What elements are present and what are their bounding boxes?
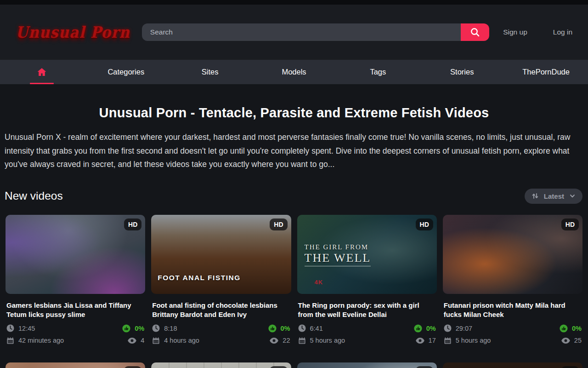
poster-4k-badge: 4K [315, 279, 323, 286]
video-stats-row: 8:18 0% [152, 324, 290, 333]
upload-date-value: 4 hours ago [164, 337, 199, 344]
upload-date-stat: 4 hours ago [152, 337, 199, 345]
search-button[interactable] [461, 23, 489, 41]
rating-stat: 0% [414, 324, 436, 333]
upload-date-stat: 5 hours ago [444, 337, 491, 345]
nav-item-stories[interactable]: Stories [420, 60, 504, 84]
video-grid: HD Gamers lesbians Jia Lissa and Tiffany… [6, 215, 582, 368]
video-stats-row: 6:41 0% [298, 324, 436, 333]
page-title: Unusual Porn - Tentacle, Parasite and Ex… [0, 105, 588, 121]
video-thumbnail[interactable]: HD THE GIRL FROM THE WELL 4K [297, 215, 437, 294]
duration-stat: 6:41 [298, 324, 323, 332]
video-card[interactable]: HD [151, 362, 291, 368]
nav-item-theporndude[interactable]: ThePornDude [504, 60, 588, 84]
video-thumbnail[interactable]: HD [443, 362, 582, 368]
clock-icon [152, 324, 160, 332]
calendar-icon [298, 337, 306, 345]
signup-link[interactable]: Sign up [503, 28, 527, 36]
poster-line2: THE WELL [305, 251, 371, 266]
video-title[interactable]: Foot anal fisting of chocolate lesbians … [152, 301, 290, 319]
upload-date-value: 42 minutes ago [18, 337, 64, 344]
rating-value: 0% [281, 325, 290, 332]
rating-value: 0% [135, 325, 144, 332]
upload-date-stat: 5 hours ago [298, 337, 345, 345]
poster-line1: THE GIRL FROM [305, 243, 371, 251]
active-nav-underline [30, 83, 54, 84]
site-logo[interactable]: Unusual Porn [16, 23, 130, 41]
video-card[interactable]: HD Futanari prison witch Matty Mila hard… [443, 215, 582, 349]
upload-date-value: 5 hours ago [310, 337, 345, 344]
duration-value: 12:45 [18, 325, 35, 332]
section-header: New videos Latest [5, 189, 582, 204]
thumbs-up-icon [122, 324, 130, 333]
sort-dropdown[interactable]: Latest [525, 189, 582, 204]
hd-badge: HD [270, 366, 287, 368]
video-thumbnail[interactable]: HD [151, 362, 291, 368]
eye-icon [561, 338, 570, 344]
auth-links: Sign up Log in [503, 28, 572, 36]
home-icon [36, 67, 47, 78]
views-stat: 22 [270, 337, 290, 344]
duration-stat: 29:07 [444, 324, 472, 332]
nav-item-tags[interactable]: Tags [336, 60, 420, 84]
search-input[interactable] [142, 23, 461, 41]
video-title[interactable]: Futanari prison witch Matty Mila hard fu… [444, 301, 582, 319]
hd-badge: HD [416, 366, 433, 368]
upload-date-value: 5 hours ago [456, 337, 491, 344]
video-thumbnail[interactable]: HD [6, 215, 145, 294]
clock-icon [6, 324, 14, 332]
rating-stat: 0% [268, 324, 290, 333]
rating-stat: 0% [122, 324, 144, 333]
clock-icon [298, 324, 306, 332]
thumbs-up-icon [268, 324, 277, 333]
thumbs-up-icon [560, 324, 568, 333]
views-value: 17 [429, 337, 436, 344]
video-stats-row: 12:45 0% [6, 324, 144, 333]
hd-badge: HD [124, 366, 141, 368]
video-card[interactable]: HD FOOT ANAL FISTING Foot anal fisting o… [151, 215, 291, 349]
nav-item-home[interactable] [0, 60, 84, 84]
video-thumbnail[interactable]: HD [297, 362, 437, 368]
video-card[interactable]: HD THE GIRL FROM THE WELL 4K The Ring po… [297, 215, 437, 349]
clock-icon [444, 324, 452, 332]
video-thumbnail[interactable]: HD FOOT ANAL FISTING [151, 215, 291, 294]
thumbnail-caption: FOOT ANAL FISTING [158, 274, 241, 282]
video-card[interactable]: HD [297, 362, 437, 368]
hd-badge: HD [561, 366, 579, 368]
video-stats-row: 4 hours ago 22 [152, 337, 290, 345]
hd-badge: HD [416, 218, 433, 230]
top-strip [0, 0, 588, 5]
calendar-icon [152, 337, 160, 345]
views-stat: 17 [416, 337, 436, 344]
nav-item-sites[interactable]: Sites [168, 60, 252, 84]
duration-stat: 12:45 [6, 324, 35, 332]
thumbs-up-icon [414, 324, 422, 333]
sort-arrows-icon [531, 192, 539, 200]
video-thumbnail[interactable]: HD [6, 362, 145, 368]
duration-stat: 8:18 [152, 324, 177, 332]
video-card[interactable]: HD [443, 362, 582, 368]
page-description: Unusual Porn X - realm of excitement whe… [5, 131, 583, 172]
search-bar [142, 23, 489, 41]
login-link[interactable]: Log in [553, 28, 572, 36]
site-header: Unusual Porn Sign up Log in [0, 5, 588, 60]
video-thumbnail[interactable]: HD [443, 215, 582, 294]
video-card[interactable]: HD Gamers lesbians Jia Lissa and Tiffany… [6, 215, 145, 349]
eye-icon [128, 338, 136, 344]
views-value: 4 [141, 337, 144, 344]
hd-badge: HD [270, 218, 287, 230]
views-value: 22 [283, 337, 290, 344]
video-title[interactable]: Gamers lesbians Jia Lissa and Tiffany Te… [6, 301, 144, 319]
video-stats-row: 5 hours ago 25 [444, 337, 582, 345]
nav-item-models[interactable]: Models [252, 60, 336, 84]
video-stats-row: 29:07 0% [444, 324, 582, 333]
section-title: New videos [5, 190, 63, 202]
views-stat: 25 [561, 337, 582, 344]
hd-badge: HD [561, 218, 579, 230]
video-card[interactable]: HD [6, 362, 145, 368]
rating-stat: 0% [560, 324, 582, 333]
video-title[interactable]: The Ring porn parody: sex with a girl fr… [298, 301, 436, 319]
nav-item-categories[interactable]: Categories [84, 60, 168, 84]
rating-value: 0% [426, 325, 436, 332]
video-stats-row: 42 minutes ago 4 [6, 337, 144, 345]
